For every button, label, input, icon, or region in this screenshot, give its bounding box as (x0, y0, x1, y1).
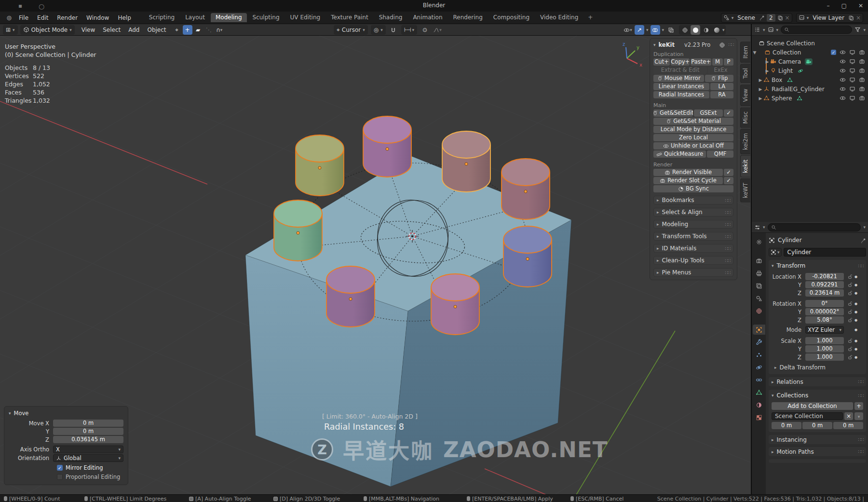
scene-name[interactable]: Scene (735, 14, 757, 21)
minimize-button[interactable]: – (827, 2, 830, 9)
kekit-grip-icon[interactable]: ∷∷ (728, 42, 733, 47)
remove-view-layer-icon[interactable]: × (856, 14, 861, 21)
animate-dot-icon[interactable]: ● (854, 310, 858, 314)
axis-ortho-dropdown[interactable]: X▾ (53, 446, 123, 453)
menu-add[interactable]: Add (124, 27, 143, 33)
proportional-editing-checkbox[interactable] (57, 474, 63, 480)
dots-tool-icon[interactable]: ⋱ (204, 25, 214, 35)
unlink-scene-icon[interactable]: × (785, 14, 790, 21)
motion-paths-panel[interactable]: ▸Motion Paths∷∷ (769, 447, 866, 456)
outliner-row-box[interactable]: ▶ Box (752, 75, 868, 84)
menu-edit[interactable]: Edit (33, 13, 53, 23)
exex-button[interactable]: ExEx (708, 67, 733, 74)
snap-magnet-icon[interactable] (389, 25, 398, 35)
hide-eye-icon[interactable] (840, 86, 846, 92)
linear-instances-button[interactable]: Linear Instances (653, 83, 709, 90)
transform-grip-icon[interactable]: ∷∷ (858, 263, 863, 269)
shading-material-icon[interactable] (701, 25, 711, 35)
pin-icon[interactable] (759, 15, 765, 21)
lock-icon[interactable] (847, 354, 853, 360)
gsext-checkbox[interactable]: ✓ (724, 109, 733, 117)
cylinder-purple[interactable] (363, 116, 411, 177)
expand-icon[interactable]: ▶ (764, 68, 770, 73)
cylinder-purple2[interactable] (326, 266, 375, 327)
panel-transform-tools[interactable]: ▸Transform Tools∷∷ (653, 232, 733, 241)
radial-instances-button[interactable]: Radial Instances (653, 91, 709, 98)
ra-button[interactable]: RA (710, 91, 733, 98)
lock-icon[interactable] (847, 301, 853, 306)
cylinder-green[interactable] (274, 200, 322, 261)
render-disable-icon[interactable] (859, 95, 865, 101)
orientation-dropdown[interactable]: Global▾ (53, 454, 123, 462)
move-collapse-icon[interactable]: ▾ (9, 411, 11, 416)
mode-dropdown[interactable]: Object Mode ▾ (20, 25, 75, 35)
maximize-button[interactable]: ▢ (841, 2, 847, 9)
new-view-layer-icon[interactable] (848, 15, 854, 21)
scale-y-field[interactable]: 1.000 (805, 345, 844, 353)
outliner-search-input[interactable] (781, 26, 852, 34)
location-z-field[interactable]: 0.23614 m (805, 289, 844, 297)
mesh-data-icon[interactable] (797, 95, 802, 101)
menu-window[interactable]: Window (82, 13, 113, 23)
overlays-toggle-icon[interactable] (651, 25, 660, 35)
tab-world[interactable] (753, 306, 765, 316)
render-slot-cycle-button[interactable]: Render Slot Cycle (653, 177, 723, 184)
animate-dot-icon[interactable]: ● (854, 328, 858, 332)
add-to-collection-button[interactable]: Add to Collection (772, 402, 853, 410)
hide-eye-icon[interactable] (840, 49, 846, 55)
3d-viewport[interactable]: xyz User Perspective (0) Scene Collectio… (0, 36, 751, 494)
tab-particles[interactable] (753, 350, 765, 360)
collection-specials-button[interactable]: ▾ (854, 412, 863, 420)
viewport-disable-icon[interactable] (849, 68, 855, 74)
object-name-field[interactable]: Cylinder (784, 248, 866, 257)
panel-id-materials[interactable]: ▸ID Materials∷∷ (653, 244, 733, 253)
scale-x-field[interactable]: 1.000 (805, 337, 844, 344)
render-disable-icon[interactable] (859, 68, 865, 74)
collection-checkbox[interactable]: ✓ (831, 50, 836, 55)
tab-modifiers[interactable] (753, 337, 765, 347)
sidebar-tab-kei2m[interactable]: kei2m (740, 129, 750, 154)
cylinder-olive[interactable] (296, 135, 344, 196)
camera-data-icon[interactable] (805, 58, 813, 65)
scene-browse-chevron-icon[interactable]: ▾ (732, 15, 734, 20)
lock-icon[interactable] (847, 346, 853, 352)
cylinder-pink[interactable] (431, 274, 479, 335)
sidebar-tab-misc[interactable]: Misc (740, 107, 750, 128)
transform-collapse-icon[interactable]: ▾ (772, 263, 774, 268)
outliner-row-radialeg-cylinder[interactable]: ▶ RadialEG_Cylinder (752, 84, 868, 94)
gsext-button[interactable]: GSExt (694, 109, 723, 117)
render-slot-cycle-checkbox[interactable]: ✓ (724, 177, 733, 184)
cut-button[interactable]: Cut+ (653, 58, 670, 66)
expand-icon[interactable]: ▶ (758, 78, 763, 82)
lock-icon[interactable] (847, 282, 853, 287)
tab-output[interactable] (753, 268, 765, 278)
tab-scripting[interactable]: Scripting (144, 13, 179, 22)
close-button[interactable]: ✕ (858, 2, 863, 9)
panel-cleanup-tools[interactable]: ▸Clean-Up Tools∷∷ (653, 256, 733, 265)
panel-modeling[interactable]: ▸Modeling∷∷ (653, 220, 733, 229)
mirror-editing-checkbox[interactable]: ✓ (57, 465, 63, 471)
cylinder-rose[interactable] (502, 159, 550, 219)
outliner-row-collection[interactable]: ▼ Collection ✓ (752, 48, 868, 57)
tweak-tool-icon[interactable]: ⌖ (172, 25, 182, 35)
collection-name-field[interactable]: Scene Collection (772, 412, 843, 420)
mouse-mirror-button[interactable]: Mouse Mirror (653, 75, 704, 82)
tab-sculpting[interactable]: Sculpting (248, 13, 285, 22)
outliner-editor-chevron-icon[interactable]: ▾ (763, 27, 765, 32)
move-tool-icon[interactable]: + (183, 25, 192, 35)
transform-pivot-dropdown[interactable]: ⌖ Cursor ▾ (334, 25, 368, 35)
shading-rendered-icon[interactable] (712, 25, 721, 35)
scene-users-count[interactable]: 2 (767, 14, 775, 22)
xray-toggle-icon[interactable] (666, 25, 676, 35)
p-button[interactable]: P (724, 58, 733, 66)
add-workspace-button[interactable]: + (584, 13, 597, 22)
tab-animation[interactable]: Animation (408, 13, 447, 22)
flip-button[interactable]: Flip (705, 75, 733, 82)
instancing-panel[interactable]: ▸Instancing∷∷ (769, 435, 866, 444)
hide-eye-icon[interactable] (840, 68, 846, 74)
location-x-field[interactable]: -0.20821 (805, 273, 844, 280)
animate-dot-icon[interactable]: ● (854, 355, 858, 359)
lock-icon[interactable] (847, 309, 853, 314)
tab-compositing[interactable]: Compositing (488, 13, 534, 22)
render-disable-icon[interactable] (859, 49, 865, 55)
